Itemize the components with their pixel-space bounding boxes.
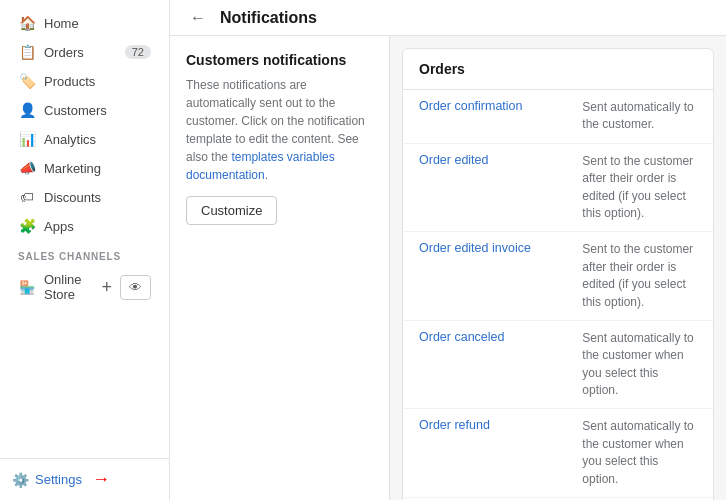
add-channel-button[interactable]: + xyxy=(97,275,116,300)
order-link[interactable]: Order edited xyxy=(419,153,488,167)
table-row: Order edited invoice Sent to the custome… xyxy=(403,232,713,321)
customize-button[interactable]: Customize xyxy=(186,196,277,225)
order-link[interactable]: Order confirmation xyxy=(419,99,523,113)
table-row: Order confirmation Sent automatically to… xyxy=(403,90,713,143)
sidebar-nav: 🏠 Home 📋 Orders 72 🏷️ Products 👤 Custome… xyxy=(0,0,169,458)
customers-icon: 👤 xyxy=(18,102,36,118)
right-panel: Orders Order confirmation Sent automatic… xyxy=(390,36,726,500)
order-desc: Sent automatically to the customer when … xyxy=(582,419,693,485)
sidebar-footer: ⚙️ Settings → xyxy=(0,458,169,500)
apps-icon: 🧩 xyxy=(18,218,36,234)
sidebar-item-label: Orders xyxy=(44,45,84,60)
sales-channels-label: SALES CHANNELS xyxy=(0,241,169,266)
sidebar-item-home[interactable]: 🏠 Home xyxy=(6,9,163,37)
panel-description: These notifications are automatically se… xyxy=(186,76,373,184)
order-link[interactable]: Order canceled xyxy=(419,330,504,344)
order-desc: Sent to the customer after their order i… xyxy=(582,154,693,220)
arrow-right-icon: → xyxy=(92,469,110,490)
sidebar-item-label: Products xyxy=(44,74,95,89)
table-row: Order canceled Sent automatically to the… xyxy=(403,320,713,409)
sidebar-item-orders[interactable]: 📋 Orders 72 xyxy=(6,38,163,66)
view-store-button[interactable]: 👁 xyxy=(120,275,151,300)
home-icon: 🏠 xyxy=(18,15,36,31)
sidebar-item-label: Apps xyxy=(44,219,74,234)
sidebar-item-products[interactable]: 🏷️ Products xyxy=(6,67,163,95)
products-icon: 🏷️ xyxy=(18,73,36,89)
online-store-label: Online Store xyxy=(44,272,97,302)
orders-header: Orders xyxy=(403,49,713,90)
sidebar-item-label: Discounts xyxy=(44,190,101,205)
sidebar: 🏠 Home 📋 Orders 72 🏷️ Products 👤 Custome… xyxy=(0,0,170,500)
orders-table: Order confirmation Sent automatically to… xyxy=(403,90,713,500)
sidebar-item-label: Analytics xyxy=(44,132,96,147)
left-panel: Customers notifications These notificati… xyxy=(170,36,390,500)
sidebar-item-analytics[interactable]: 📊 Analytics xyxy=(6,125,163,153)
sidebar-item-label: Marketing xyxy=(44,161,101,176)
description-end: . xyxy=(265,168,268,182)
orders-badge: 72 xyxy=(125,45,151,59)
back-icon: ← xyxy=(190,9,206,26)
back-button[interactable]: ← xyxy=(186,9,210,27)
sidebar-item-apps[interactable]: 🧩 Apps xyxy=(6,212,163,240)
marketing-icon: 📣 xyxy=(18,160,36,176)
order-desc: Sent to the customer after their order i… xyxy=(582,242,693,308)
page-title: Notifications xyxy=(220,9,317,27)
table-row: Order refund Sent automatically to the c… xyxy=(403,409,713,498)
sidebar-item-customers[interactable]: 👤 Customers xyxy=(6,96,163,124)
topbar: ← Notifications xyxy=(170,0,726,36)
sidebar-item-discounts[interactable]: 🏷 Discounts xyxy=(6,183,163,211)
analytics-icon: 📊 xyxy=(18,131,36,147)
panel-title: Customers notifications xyxy=(186,52,373,68)
settings-label[interactable]: Settings xyxy=(35,472,82,487)
sidebar-item-label: Customers xyxy=(44,103,107,118)
sidebar-item-marketing[interactable]: 📣 Marketing xyxy=(6,154,163,182)
order-desc: Sent automatically to the customer. xyxy=(582,100,693,131)
sales-channels-row: 🏪 Online Store + 👁 xyxy=(6,267,163,307)
settings-icon: ⚙️ xyxy=(12,472,29,488)
store-icon: 🏪 xyxy=(18,280,36,295)
discounts-icon: 🏷 xyxy=(18,189,36,205)
order-desc: Sent automatically to the customer when … xyxy=(582,331,693,397)
table-row: Order edited Sent to the customer after … xyxy=(403,143,713,232)
sidebar-item-label: Home xyxy=(44,16,79,31)
order-link[interactable]: Order edited invoice xyxy=(419,241,531,255)
content-area: Customers notifications These notificati… xyxy=(170,36,726,500)
main-content: ← Notifications Customers notifications … xyxy=(170,0,726,500)
orders-icon: 📋 xyxy=(18,44,36,60)
orders-section: Orders Order confirmation Sent automatic… xyxy=(402,48,714,500)
order-link[interactable]: Order refund xyxy=(419,418,490,432)
